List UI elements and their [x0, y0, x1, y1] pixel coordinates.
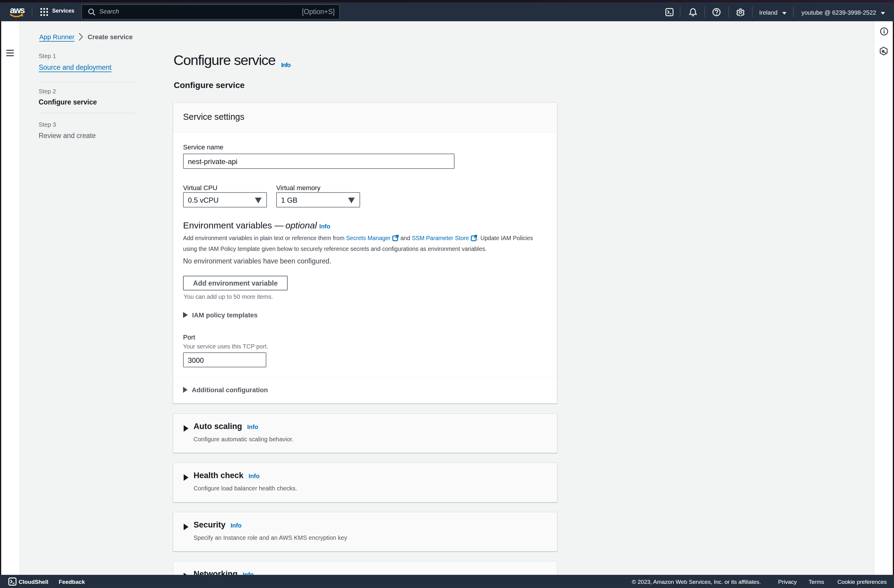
svg-text:aws: aws [10, 5, 24, 15]
